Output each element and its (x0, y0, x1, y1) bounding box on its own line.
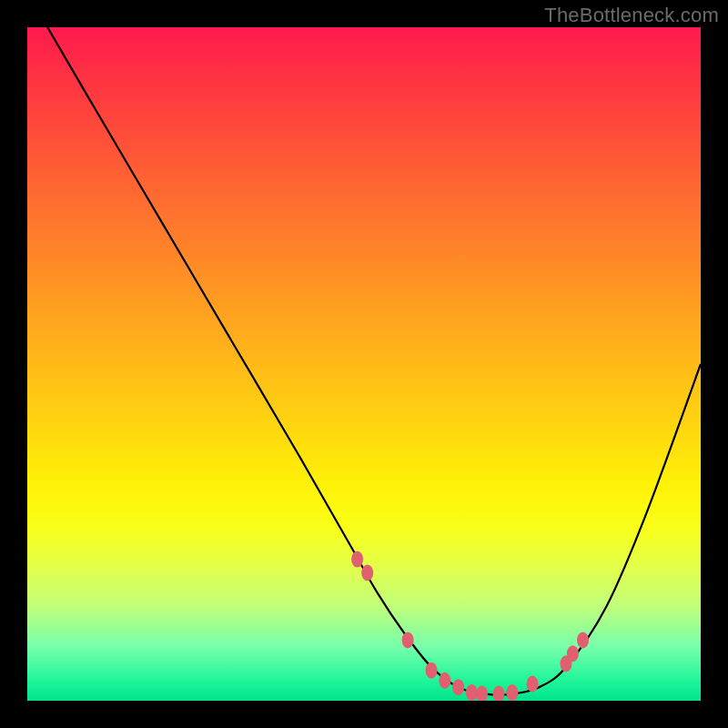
highlight-dot (439, 672, 450, 689)
highlight-dot (476, 686, 488, 701)
highlight-dot (527, 676, 539, 693)
highlight-dot (506, 684, 518, 701)
highlight-dot (567, 645, 579, 662)
curve-svg (27, 27, 701, 701)
highlight-dot (493, 686, 505, 701)
highlight-dot (577, 632, 589, 648)
highlight-dot (452, 679, 464, 695)
highlight-dot (426, 662, 438, 679)
highlight-dot (402, 632, 414, 648)
highlight-dot (351, 551, 363, 568)
highlight-dot (361, 564, 373, 581)
highlight-dot (466, 684, 478, 701)
watermark-text: TheBottleneck.com (544, 4, 719, 27)
bottleneck-curve (47, 27, 701, 695)
plot-area (27, 27, 701, 701)
chart-frame: TheBottleneck.com (0, 0, 728, 728)
